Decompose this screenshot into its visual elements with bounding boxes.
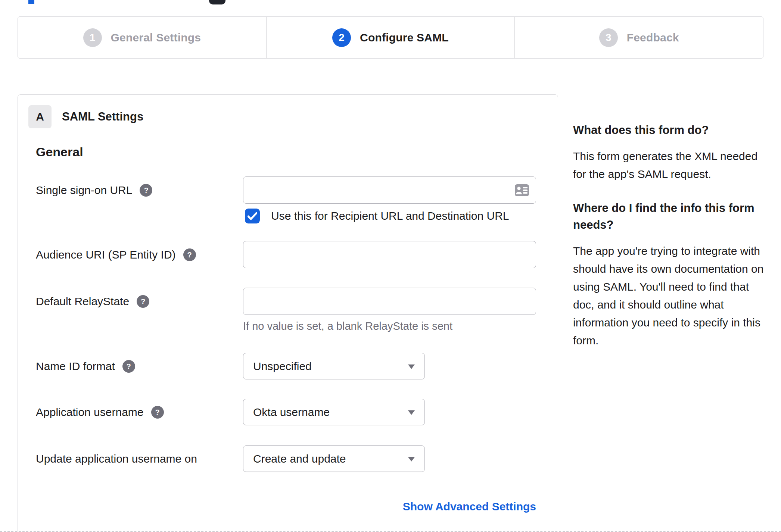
sso-url-label: Single sign-on URL ? — [36, 182, 152, 198]
update-app-username-label: Update application username on — [36, 451, 197, 467]
section-a-badge: A — [28, 105, 52, 128]
app-username-label: Application username ? — [36, 404, 164, 420]
sidebar-body-what: This form generates the XML needed for t… — [573, 147, 771, 183]
chevron-down-icon — [408, 364, 415, 369]
help-icon[interactable]: ? — [183, 248, 196, 261]
recipient-url-checkbox-label: Use this for Recipient URL and Destinati… — [271, 210, 509, 222]
contact-card-icon[interactable] — [514, 184, 529, 197]
sidebar-heading-what: What does this form do? — [573, 122, 771, 138]
general-group-title: General — [36, 145, 83, 159]
checkmark-icon — [248, 212, 257, 220]
section-title: SAML Settings — [62, 110, 143, 123]
step-2-badge: 2 — [332, 28, 351, 47]
step-general-settings[interactable]: 1 General Settings — [18, 17, 266, 58]
step-configure-saml[interactable]: 2 Configure SAML — [266, 17, 515, 58]
step-3-label: Feedback — [627, 31, 679, 44]
section-header: A SAML Settings — [28, 105, 143, 128]
name-id-format-label: Name ID format ? — [36, 358, 135, 375]
audience-uri-label: Audience URI (SP Entity ID) ? — [36, 247, 196, 263]
saml-settings-panel: A SAML Settings General Single sign-on U… — [18, 94, 558, 532]
chevron-down-icon — [408, 457, 415, 461]
relay-state-hint: If no value is set, a blank RelayState i… — [243, 320, 452, 332]
viewport-cut-line — [0, 531, 781, 532]
app-username-select[interactable]: Okta username — [243, 399, 425, 425]
step-1-label: General Settings — [111, 31, 201, 44]
help-icon[interactable]: ? — [122, 360, 135, 373]
name-id-format-select[interactable]: Unspecified — [243, 353, 425, 379]
step-feedback[interactable]: 3 Feedback — [514, 17, 763, 58]
sidebar-heading-where: Where do I find the info this form needs… — [573, 200, 771, 233]
audience-uri-input[interactable] — [243, 241, 536, 268]
help-icon[interactable]: ? — [140, 184, 152, 197]
help-icon[interactable]: ? — [137, 295, 149, 308]
cutoff-title-fragment-blue — [28, 0, 34, 4]
step-3-badge: 3 — [599, 28, 618, 47]
wizard-stepper: 1 General Settings 2 Configure SAML 3 Fe… — [18, 16, 763, 59]
relay-state-label: Default RelayState ? — [36, 293, 149, 310]
recipient-url-checkbox[interactable] — [245, 209, 260, 223]
cutoff-title-fragment-dark — [209, 0, 225, 4]
help-sidebar: What does this form do? This form genera… — [573, 122, 771, 366]
help-icon[interactable]: ? — [151, 406, 164, 419]
sidebar-body-where: The app you're trying to integrate with … — [573, 242, 771, 350]
relay-state-input[interactable] — [243, 288, 536, 315]
show-advanced-settings-link[interactable]: Show Advanced Settings — [403, 500, 536, 513]
sso-url-input[interactable] — [243, 176, 536, 204]
step-2-label: Configure SAML — [360, 31, 449, 44]
recipient-url-checkbox-row: Use this for Recipient URL and Destinati… — [245, 209, 509, 223]
step-1-badge: 1 — [83, 28, 102, 47]
chevron-down-icon — [408, 410, 415, 415]
update-app-username-select[interactable]: Create and update — [243, 445, 425, 472]
